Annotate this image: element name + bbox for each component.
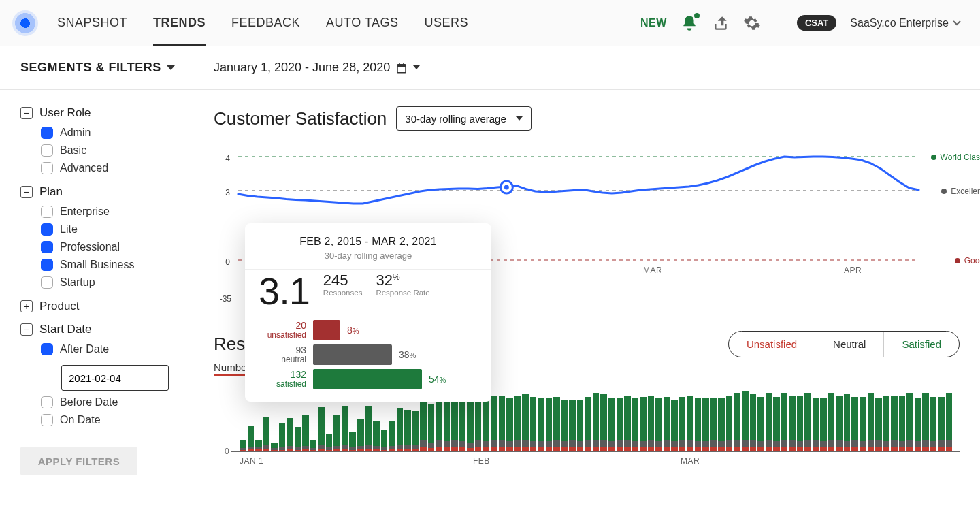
filter-option-on-date[interactable]: On Date bbox=[41, 414, 184, 426]
responses-bar[interactable] bbox=[428, 404, 435, 451]
facet-header-product[interactable]: +Product bbox=[20, 300, 184, 313]
responses-bar[interactable] bbox=[844, 394, 851, 451]
pill-satisfied[interactable]: Satisfied bbox=[884, 332, 959, 357]
responses-bar[interactable] bbox=[577, 400, 584, 451]
responses-bar[interactable] bbox=[726, 396, 733, 451]
pill-neutral[interactable]: Neutral bbox=[815, 332, 884, 357]
filter-option-before-date[interactable]: Before Date bbox=[41, 396, 184, 408]
responses-bar[interactable] bbox=[530, 397, 537, 451]
pill-unsatisfied[interactable]: Unsatisfied bbox=[729, 332, 815, 357]
filter-option-after-date[interactable]: After Date bbox=[41, 343, 184, 355]
responses-bar[interactable] bbox=[404, 410, 411, 451]
date-range-picker[interactable]: January 1, 2020 - June 28, 2020 bbox=[204, 61, 420, 75]
responses-bar[interactable] bbox=[593, 393, 600, 451]
responses-bar[interactable] bbox=[342, 406, 348, 451]
responses-bar[interactable] bbox=[608, 398, 615, 451]
filter-option-professional[interactable]: Professional bbox=[41, 241, 184, 253]
responses-bar[interactable] bbox=[444, 401, 451, 451]
responses-bar[interactable] bbox=[397, 408, 404, 451]
responses-bar[interactable] bbox=[436, 398, 442, 451]
responses-bar[interactable] bbox=[664, 397, 670, 451]
responses-bar[interactable] bbox=[561, 400, 568, 451]
responses-bar[interactable] bbox=[357, 419, 364, 451]
responses-bar[interactable] bbox=[295, 427, 301, 451]
responses-bar[interactable] bbox=[302, 415, 309, 451]
bell-icon[interactable] bbox=[681, 14, 698, 32]
facet-header-plan[interactable]: −Plan bbox=[20, 185, 184, 199]
responses-bar[interactable] bbox=[569, 400, 576, 451]
responses-bar[interactable] bbox=[263, 417, 270, 451]
responses-bar[interactable] bbox=[585, 397, 591, 451]
responses-bar[interactable] bbox=[695, 398, 702, 451]
responses-bar[interactable] bbox=[883, 396, 890, 451]
responses-bar[interactable] bbox=[938, 397, 945, 451]
responses-bar[interactable] bbox=[287, 418, 293, 451]
responses-bar[interactable] bbox=[365, 406, 372, 451]
segments-filters-toggle[interactable]: SEGMENTS & FILTERS bbox=[0, 61, 204, 75]
responses-bar[interactable] bbox=[632, 398, 639, 451]
responses-bar[interactable] bbox=[781, 393, 788, 451]
responses-bar[interactable] bbox=[318, 407, 325, 451]
tab-feedback[interactable]: FEEDBACK bbox=[231, 0, 300, 46]
responses-bar[interactable] bbox=[946, 393, 953, 451]
responses-bar[interactable] bbox=[483, 398, 489, 451]
responses-bar[interactable] bbox=[475, 396, 482, 451]
filter-option-lite[interactable]: Lite bbox=[41, 223, 184, 236]
responses-bar[interactable] bbox=[240, 440, 246, 451]
rolling-average-dropdown[interactable]: 30-day rolling average bbox=[396, 106, 531, 131]
responses-bar[interactable] bbox=[255, 440, 262, 451]
responses-bar[interactable] bbox=[718, 398, 725, 451]
responses-bar[interactable] bbox=[248, 426, 255, 451]
apply-filters-button[interactable]: APPLY FILTERS bbox=[20, 447, 137, 475]
responses-bar[interactable] bbox=[851, 397, 858, 451]
responses-bar[interactable] bbox=[750, 394, 757, 451]
account-switcher[interactable]: SaaSy.co Enterprise bbox=[850, 17, 961, 29]
tab-auto-tags[interactable]: AUTO TAGS bbox=[326, 0, 399, 46]
responses-bar[interactable] bbox=[766, 393, 772, 451]
gear-icon[interactable] bbox=[743, 14, 761, 32]
responses-bar[interactable] bbox=[899, 396, 906, 451]
responses-bar[interactable] bbox=[640, 397, 647, 451]
responses-bar[interactable] bbox=[451, 397, 458, 451]
responses-bar[interactable] bbox=[679, 397, 686, 451]
responses-bar[interactable] bbox=[860, 397, 866, 451]
responses-bar[interactable] bbox=[506, 398, 513, 451]
responses-bar[interactable] bbox=[930, 397, 937, 451]
responses-bar[interactable] bbox=[875, 398, 882, 451]
responses-bar[interactable] bbox=[710, 398, 717, 451]
responses-bar[interactable] bbox=[671, 400, 678, 451]
responses-bar[interactable] bbox=[868, 393, 875, 451]
responses-bar[interactable] bbox=[538, 398, 544, 451]
responses-bar[interactable] bbox=[412, 411, 419, 451]
responses-bar[interactable] bbox=[499, 396, 506, 451]
responses-bar[interactable] bbox=[459, 400, 466, 451]
filter-option-enterprise[interactable]: Enterprise bbox=[41, 206, 184, 218]
responses-bar[interactable] bbox=[279, 423, 286, 451]
responses-bar[interactable] bbox=[617, 398, 623, 451]
responses-bar[interactable] bbox=[648, 396, 655, 451]
responses-bar[interactable] bbox=[491, 396, 497, 451]
tab-users[interactable]: USERS bbox=[425, 0, 469, 46]
responses-bar[interactable] bbox=[381, 430, 388, 451]
facet-header-start-date[interactable]: −Start Date bbox=[20, 323, 184, 336]
share-icon[interactable] bbox=[712, 14, 730, 32]
filter-option-small-business[interactable]: Small Business bbox=[41, 259, 184, 271]
responses-bar[interactable] bbox=[349, 432, 356, 451]
responses-bar[interactable] bbox=[820, 398, 827, 451]
responses-bar[interactable] bbox=[836, 396, 843, 451]
responses-bar[interactable] bbox=[310, 440, 317, 451]
responses-bar[interactable] bbox=[655, 398, 662, 451]
responses-bar[interactable] bbox=[757, 397, 764, 451]
responses-bar[interactable] bbox=[389, 421, 395, 451]
facet-header-user-role[interactable]: −User Role bbox=[20, 106, 184, 120]
responses-bar[interactable] bbox=[326, 434, 333, 451]
tab-trends[interactable]: TRENDS bbox=[153, 0, 206, 46]
filter-option-admin[interactable]: Admin bbox=[41, 127, 184, 139]
after-date-input[interactable] bbox=[61, 365, 169, 391]
responses-bar[interactable] bbox=[373, 421, 380, 451]
responses-bar[interactable] bbox=[773, 397, 780, 451]
filter-option-advanced[interactable]: Advanced bbox=[41, 162, 184, 174]
tab-snapshot[interactable]: SNAPSHOT bbox=[57, 0, 127, 46]
responses-bar[interactable] bbox=[813, 398, 819, 451]
responses-bar[interactable] bbox=[333, 415, 340, 451]
